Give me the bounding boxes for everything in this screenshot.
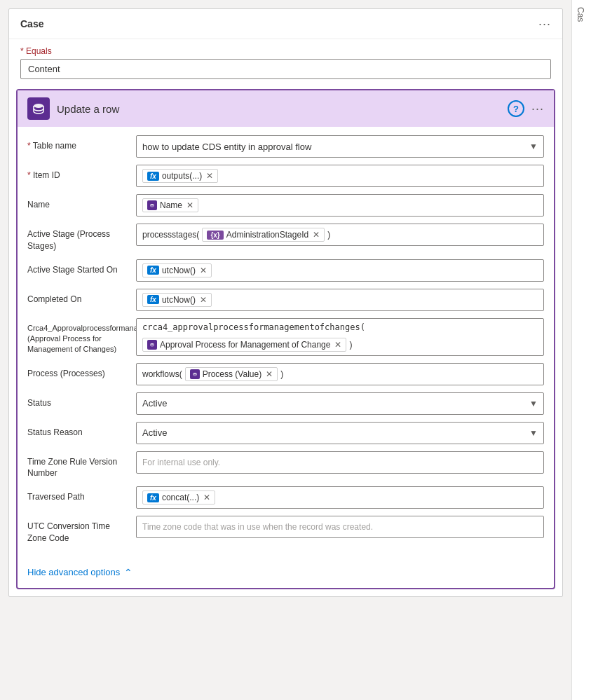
label-crca4: Crca4_Approvalprocessformanagementofchan… bbox=[27, 318, 136, 355]
field-process: Process (Processes) workflows( bbox=[27, 363, 544, 385]
input-active-stage[interactable]: processstages( {x} AdministrationStageId… bbox=[136, 224, 544, 246]
control-name: Name ✕ bbox=[136, 194, 544, 217]
case-card: Case ··· Equals bbox=[8, 8, 563, 597]
crca4-suffix: ) bbox=[349, 340, 352, 350]
svg-point-1 bbox=[151, 204, 154, 205]
chip-active-stage-started-remove[interactable]: ✕ bbox=[200, 266, 207, 275]
label-table-name: Table name bbox=[27, 135, 136, 152]
input-timezone-rule[interactable]: For internal use only. bbox=[136, 451, 544, 474]
chip-name: Name ✕ bbox=[142, 198, 198, 212]
equals-section: Equals bbox=[9, 39, 562, 89]
chip-crca4-text: Approval Process for Management of Chang… bbox=[160, 340, 330, 350]
field-crca4: Crca4_Approvalprocessformanagementofchan… bbox=[27, 318, 544, 356]
input-completed-on[interactable]: fx utcNow() ✕ bbox=[136, 289, 544, 311]
equals-label: Equals bbox=[20, 46, 551, 56]
input-active-stage-started[interactable]: fx utcNow() ✕ bbox=[136, 259, 544, 282]
input-name[interactable]: Name ✕ bbox=[136, 194, 544, 217]
case-dots-button[interactable]: ··· bbox=[538, 18, 551, 30]
equals-input[interactable] bbox=[20, 59, 551, 79]
case-header: Case ··· bbox=[9, 9, 562, 39]
chip-crca4: Approval Process for Management of Chang… bbox=[142, 338, 346, 352]
side-panel-label: Cas bbox=[572, 0, 589, 29]
control-table-name: how to update CDS entity in approval flo… bbox=[136, 135, 544, 158]
chip-active-stage-remove[interactable]: ✕ bbox=[313, 230, 320, 240]
action-header-right: ? ··· bbox=[508, 100, 544, 117]
control-utc-tz: Time zone code that was in use when the … bbox=[136, 516, 544, 538]
action-dots-button[interactable]: ··· bbox=[531, 102, 544, 115]
db-icon-process bbox=[190, 369, 200, 379]
control-traversed-path: fx concat(...) ✕ bbox=[136, 486, 544, 509]
chip-active-stage: {x} AdministrationStageId ✕ bbox=[202, 228, 325, 242]
input-traversed-path[interactable]: fx concat(...) ✕ bbox=[136, 486, 544, 509]
control-crca4: crca4_approvalprocessformanagementofchan… bbox=[136, 318, 544, 356]
control-status-reason: Active ▼ bbox=[136, 422, 544, 444]
select-table-name[interactable]: how to update CDS entity in approval flo… bbox=[136, 135, 544, 158]
help-button[interactable]: ? bbox=[508, 100, 524, 117]
control-process: workflows( Proce bbox=[136, 363, 544, 385]
input-utc-tz[interactable]: Time zone code that was in use when the … bbox=[136, 516, 544, 538]
chevron-status-icon: ▼ bbox=[529, 399, 538, 409]
side-panel: Cas bbox=[571, 0, 591, 700]
input-process[interactable]: workflows( Proce bbox=[136, 363, 544, 385]
select-table-name-value: how to update CDS entity in approval flo… bbox=[142, 142, 311, 152]
chip-completed-on: fx utcNow() ✕ bbox=[142, 293, 212, 307]
db-icon-crca4 bbox=[147, 340, 157, 350]
select-status-reason-value: Active bbox=[142, 427, 167, 438]
label-timezone-rule: Time Zone Rule Version Number bbox=[27, 451, 136, 480]
chip-process-remove[interactable]: ✕ bbox=[266, 369, 273, 379]
action-title: Update a row bbox=[57, 103, 119, 115]
field-status-reason: Status Reason Active ▼ bbox=[27, 422, 544, 444]
chip-process-text: Process (Value) bbox=[203, 369, 261, 379]
case-title: Case bbox=[20, 18, 43, 29]
fx-icon-4: fx bbox=[147, 493, 159, 502]
chevron-status-reason-icon: ▼ bbox=[529, 428, 538, 438]
chip-traversed-path-text: concat(...) bbox=[162, 493, 199, 502]
action-header-left: Update a row bbox=[27, 97, 119, 120]
fx-icon-3: fx bbox=[147, 295, 159, 304]
control-completed-on: fx utcNow() ✕ bbox=[136, 289, 544, 311]
crca4-chip-row: Approval Process for Management of Chang… bbox=[142, 338, 352, 352]
chip-active-stage-started-text: utcNow() bbox=[162, 266, 196, 275]
control-item-id: fx outputs(...) ✕ bbox=[136, 165, 544, 187]
db-icon bbox=[147, 200, 157, 210]
control-active-stage-started: fx utcNow() ✕ bbox=[136, 259, 544, 282]
label-active-stage: Active Stage (Process Stages) bbox=[27, 224, 136, 252]
chip-crca4-remove[interactable]: ✕ bbox=[334, 340, 341, 350]
input-crca4[interactable]: crca4_approvalprocessformanagementofchan… bbox=[136, 318, 544, 356]
fx-icon: fx bbox=[147, 172, 159, 181]
field-completed-on: Completed On fx utcNow() ✕ bbox=[27, 289, 544, 311]
chip-active-stage-text: AdministrationStageId bbox=[226, 230, 308, 240]
field-active-stage-started: Active Stage Started On fx utcNow() ✕ bbox=[27, 259, 544, 282]
field-item-id: Item ID fx outputs(...) ✕ bbox=[27, 165, 544, 187]
field-status: Status Active ▼ bbox=[27, 392, 544, 415]
svg-point-2 bbox=[151, 343, 154, 344]
action-body: Table name how to update CDS entity in a… bbox=[18, 127, 554, 560]
chip-completed-on-text: utcNow() bbox=[162, 295, 196, 305]
field-active-stage: Active Stage (Process Stages) processsta… bbox=[27, 224, 544, 252]
control-status: Active ▼ bbox=[136, 392, 544, 415]
select-status[interactable]: Active ▼ bbox=[136, 392, 544, 415]
hide-advanced-button[interactable]: Hide advanced options ⌃ bbox=[27, 567, 133, 578]
chevron-down-icon: ▼ bbox=[529, 142, 538, 151]
svg-point-0 bbox=[34, 104, 43, 108]
chip-traversed-path-remove[interactable]: ✕ bbox=[203, 493, 210, 502]
chip-item-id: fx outputs(...) ✕ bbox=[142, 169, 218, 183]
field-timezone-rule: Time Zone Rule Version Number For intern… bbox=[27, 451, 544, 480]
label-utc-tz: UTC Conversion Time Zone Code bbox=[27, 516, 136, 544]
label-item-id: Item ID bbox=[27, 165, 136, 181]
chip-name-remove[interactable]: ✕ bbox=[186, 200, 193, 210]
process-suffix: ) bbox=[280, 369, 283, 379]
control-active-stage: processstages( {x} AdministrationStageId… bbox=[136, 224, 544, 246]
label-status-reason: Status Reason bbox=[27, 422, 136, 439]
input-item-id[interactable]: fx outputs(...) ✕ bbox=[136, 165, 544, 187]
label-completed-on: Completed On bbox=[27, 289, 136, 306]
chip-traversed-path: fx concat(...) ✕ bbox=[142, 490, 215, 505]
chevron-up-icon: ⌃ bbox=[124, 567, 133, 578]
chip-completed-on-remove[interactable]: ✕ bbox=[200, 295, 207, 305]
process-prefix: workflows( bbox=[142, 369, 182, 379]
select-status-reason[interactable]: Active ▼ bbox=[136, 422, 544, 444]
field-table-name: Table name how to update CDS entity in a… bbox=[27, 135, 544, 158]
chip-item-id-remove[interactable]: ✕ bbox=[206, 171, 213, 181]
label-process: Process (Processes) bbox=[27, 363, 136, 380]
hide-advanced-section: Hide advanced options ⌃ bbox=[18, 560, 554, 588]
